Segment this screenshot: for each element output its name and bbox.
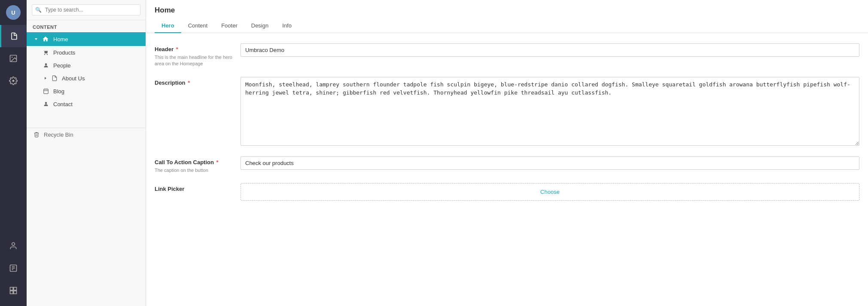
sidebar-item-people-label: People <box>53 62 70 69</box>
sidebar-item-people[interactable] <box>0 235 27 257</box>
svg-marker-11 <box>35 38 37 40</box>
main-content: Home Hero Content Footer Design Info Hea… <box>146 0 868 306</box>
avatar-container[interactable]: U <box>0 0 27 25</box>
svg-marker-13 <box>45 77 46 80</box>
sidebar-item-about-us-label: About Us <box>62 75 85 82</box>
svg-rect-14 <box>44 89 49 94</box>
header-input-col <box>241 43 859 57</box>
svg-point-18 <box>45 102 47 104</box>
recycle-bin-label: Recycle Bin <box>44 132 73 138</box>
description-input-col: Moonfish, steelhead, lamprey southern fl… <box>241 77 859 147</box>
sidebar-section-label: Content <box>27 20 146 32</box>
avatar: U <box>6 5 21 20</box>
icon-bar: U <box>0 0 27 306</box>
tab-bar: Hero Content Footer Design Info <box>155 19 859 33</box>
tab-design[interactable]: Design <box>244 19 275 33</box>
chevron-right-icon <box>42 75 49 82</box>
description-field-row: Description * Moonfish, steelhead, lampr… <box>155 77 859 147</box>
sidebar-item-contact-label: Contact <box>53 101 73 107</box>
contact-icon <box>42 100 50 108</box>
link-picker[interactable]: Choose <box>241 183 859 201</box>
header-label-col: Header * This is the main headline for t… <box>155 43 241 67</box>
cta-label: Call To Action Caption * <box>155 159 241 165</box>
sidebar-item-products-label: Products <box>53 49 75 56</box>
cta-input-col <box>241 156 859 170</box>
blog-icon <box>42 87 50 95</box>
sidebar-item-blog[interactable]: Blog <box>27 85 146 98</box>
sidebar-item-home-label: Home <box>53 36 68 43</box>
svg-point-1 <box>12 57 12 58</box>
sidebar-item-content[interactable] <box>0 25 27 47</box>
link-picker-row: Link Picker Choose <box>155 183 859 201</box>
tab-hero[interactable]: Hero <box>155 19 181 33</box>
sidebar-item-media[interactable] <box>0 47 27 70</box>
sidebar-item-recycle-bin[interactable]: Recycle Bin <box>27 128 146 141</box>
translation-icon <box>9 286 18 295</box>
cta-input[interactable] <box>241 156 859 170</box>
svg-point-2 <box>12 243 15 246</box>
main-header: Home Hero Content Footer Design Info <box>146 0 868 33</box>
sidebar-item-people[interactable]: People <box>27 59 146 72</box>
sidebar-item-contact[interactable]: Contact <box>27 98 146 110</box>
link-picker-input-col: Choose <box>241 183 859 201</box>
search-icon: 🔍 <box>35 7 42 13</box>
svg-rect-8 <box>14 288 17 291</box>
search-input[interactable] <box>32 4 140 15</box>
cta-label-col: Call To Action Caption * The caption on … <box>155 156 241 174</box>
settings-icon <box>9 76 18 85</box>
sidebar-item-forms[interactable] <box>0 257 27 279</box>
tab-info[interactable]: Info <box>275 19 298 33</box>
sidebar-item-settings[interactable] <box>0 70 27 92</box>
chevron-down-icon <box>33 36 40 43</box>
header-field-row: Header * This is the main headline for t… <box>155 43 859 67</box>
link-picker-label-col: Link Picker <box>155 183 241 192</box>
sidebar-item-about-us[interactable]: About Us <box>27 72 146 85</box>
person-icon <box>42 61 50 69</box>
description-label: Description * <box>155 80 241 86</box>
content-icon <box>10 32 18 40</box>
svg-point-12 <box>45 63 47 65</box>
cta-hint: The caption on the button <box>155 167 241 174</box>
choose-button[interactable]: Choose <box>540 189 560 195</box>
sidebar: 🔍 Content Home Products People <box>27 0 146 306</box>
link-picker-label: Link Picker <box>155 186 241 192</box>
home-icon <box>41 35 50 43</box>
header-required-indicator: * <box>174 46 178 52</box>
svg-rect-7 <box>10 288 13 291</box>
cta-field-row: Call To Action Caption * The caption on … <box>155 156 859 174</box>
sidebar-item-blog-label: Blog <box>53 88 64 95</box>
page-title: Home <box>155 6 859 15</box>
tab-footer[interactable]: Footer <box>214 19 244 33</box>
forms-icon <box>9 264 18 272</box>
sidebar-search-container: 🔍 <box>27 0 146 20</box>
cart-icon <box>42 49 50 56</box>
sidebar-item-products[interactable]: Products <box>27 46 146 59</box>
media-icon <box>9 54 18 63</box>
sidebar-item-home[interactable]: Home <box>27 32 146 46</box>
svg-rect-9 <box>10 291 13 294</box>
header-input[interactable] <box>241 43 859 57</box>
description-label-col: Description * <box>155 77 241 86</box>
doc-icon <box>51 74 58 82</box>
form-area: Header * This is the main headline for t… <box>146 33 868 306</box>
header-label: Header * <box>155 46 241 52</box>
cta-required-indicator: * <box>215 159 219 165</box>
svg-rect-10 <box>14 291 17 294</box>
description-textarea[interactable]: Moonfish, steelhead, lamprey southern fl… <box>241 77 859 146</box>
tab-content[interactable]: Content <box>181 19 215 33</box>
sidebar-item-translation[interactable] <box>0 279 27 302</box>
trash-icon <box>33 131 40 138</box>
people-icon <box>9 242 18 250</box>
header-hint: This is the main headline for the hero a… <box>155 54 241 67</box>
description-required-indicator: * <box>186 80 190 86</box>
